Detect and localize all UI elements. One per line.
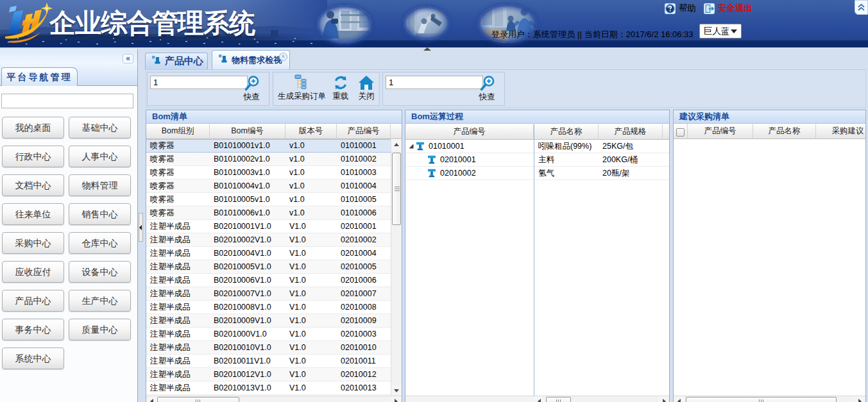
bom-list-row[interactable]: 注塑半成品B02010006V1.0V1.002010006 bbox=[146, 274, 391, 287]
bom-list-row[interactable]: 注塑半成品B02010011V1.0V1.002010011 bbox=[146, 355, 391, 368]
bom-process-row[interactable]: 氢气20瓶/架 bbox=[534, 167, 670, 180]
sidebar-nav-button[interactable]: 文档中心 bbox=[2, 174, 64, 196]
bom-process-row[interactable]: 主料200KG/桶 bbox=[534, 153, 670, 167]
column-header-select-all[interactable] bbox=[674, 124, 688, 139]
bom-list-row[interactable]: 喷雾器B01010001v1.0v1.001010001 bbox=[146, 139, 391, 153]
sidebar-nav-button[interactable]: 应收应付 bbox=[2, 261, 64, 283]
column-header-bom-group[interactable]: Bom组别 bbox=[146, 124, 210, 139]
help-link[interactable]: 帮助 bbox=[679, 3, 696, 14]
bom-list-vertical-scrollbar[interactable] bbox=[391, 140, 402, 396]
sidebar-splitter-collapse-handle[interactable] bbox=[139, 213, 143, 242]
bom-list-row[interactable]: 注塑半成品B02010009V1.0V1.002010009 bbox=[146, 314, 391, 328]
column-header-product-code[interactable]: 产品编号 bbox=[688, 124, 753, 139]
bom-list-row[interactable]: 喷雾器B01010006v1.0v1.001010006 bbox=[146, 206, 391, 220]
bom-list-row[interactable]: 喷雾器B01010004v1.0v1.001010004 bbox=[146, 180, 391, 193]
tab-material-requirement-view[interactable]: 物料需求检视 × bbox=[212, 50, 290, 69]
sidebar-nav-button[interactable]: 产品中心 bbox=[2, 290, 64, 312]
sidebar-nav-button[interactable]: 事务中心 bbox=[2, 319, 64, 340]
bom-list-row[interactable]: 注塑半成品B02010012V1.0V1.002010012 bbox=[146, 368, 391, 381]
bom-tree-row[interactable]: 01010001 bbox=[405, 140, 534, 153]
bom-tree-row[interactable]: 02010001 bbox=[405, 153, 534, 167]
scroll-left-button[interactable] bbox=[534, 396, 545, 402]
tab-product-center[interactable]: 产品中心 bbox=[145, 53, 208, 69]
bom-list-row[interactable]: 注塑半成品B02010010V1.0V1.002010010 bbox=[146, 341, 391, 355]
bom-list-row[interactable]: 注塑半成品B02010001V1.0V1.002010001 bbox=[146, 220, 391, 233]
suggest-quick-search-input[interactable] bbox=[386, 76, 483, 89]
column-header-product-spec[interactable]: 产品规格 bbox=[599, 124, 663, 140]
cell-bom-code: B02010005V1.0 bbox=[210, 260, 285, 273]
column-header-version[interactable]: 版本号 bbox=[285, 124, 337, 139]
bom-list-row[interactable]: 喷雾器B01010005v1.0v1.001010005 bbox=[146, 193, 391, 206]
sidebar-nav-button[interactable]: 仓库中心 bbox=[69, 232, 131, 254]
sidebar-nav-button[interactable]: 人事中心 bbox=[69, 146, 131, 167]
generate-purchase-order-button[interactable]: 生成采购订单 bbox=[277, 74, 327, 102]
tree-expand-arrow-icon[interactable] bbox=[409, 144, 414, 149]
quick-search-button[interactable]: 快查 bbox=[470, 74, 504, 103]
bom-list-row[interactable]: 注塑半成品B0201000V1.0V1.002010003 bbox=[146, 328, 391, 341]
column-header-bom-code[interactable]: Bom编号 bbox=[210, 124, 285, 139]
sidebar-collapse-button[interactable]: « bbox=[123, 54, 133, 63]
bom-list-row[interactable]: 注塑半成品B02010013V1.0V1.002010013 bbox=[146, 381, 391, 395]
home-icon bbox=[358, 74, 375, 91]
scroll-left-button[interactable] bbox=[674, 396, 685, 402]
theme-select[interactable]: 巨人蓝 bbox=[699, 24, 742, 38]
vertical-scrollbar-thumb[interactable] bbox=[392, 153, 401, 225]
bom-tree-row[interactable]: 02010002 bbox=[405, 167, 534, 180]
main-toolbar: 快查 生成采购订单 bbox=[146, 69, 866, 108]
sidebar-nav-button[interactable]: 生产中心 bbox=[69, 290, 131, 312]
sidebar-nav-button[interactable]: 系统中心 bbox=[2, 348, 64, 369]
sidebar-nav-button[interactable]: 往来单位 bbox=[2, 203, 64, 225]
column-header-purchase-suggestion[interactable]: 采购建议 bbox=[816, 124, 866, 139]
dropdown-arrow-icon bbox=[731, 29, 737, 33]
cell-bom-code: B02010012V1.0 bbox=[210, 368, 285, 381]
scroll-down-button[interactable] bbox=[391, 385, 402, 396]
bom-list-row[interactable]: 喷雾器B01010002v1.0v1.001010002 bbox=[146, 153, 391, 166]
bom-quick-search-input[interactable] bbox=[150, 76, 248, 89]
horizontal-scrollbar-thumb[interactable] bbox=[546, 397, 571, 402]
bom-list-row[interactable]: 注塑半成品B02010002V1.0V1.002010002 bbox=[146, 233, 391, 247]
reload-button[interactable]: 重载 bbox=[327, 74, 353, 102]
logout-icon[interactable] bbox=[704, 3, 715, 14]
sidebar-nav-button[interactable]: 基础中心 bbox=[69, 117, 131, 138]
sidebar-tab-platform-navigation[interactable]: 平台导航管理 bbox=[1, 67, 78, 86]
column-header-product-name[interactable]: 产品名称 bbox=[753, 124, 816, 139]
bom-list-row[interactable]: 注塑半成品B02010008V1.0V1.002010008 bbox=[146, 301, 391, 314]
select-all-checkbox[interactable] bbox=[676, 128, 685, 137]
bom-list-row[interactable]: 注塑半成品B02010005V1.0V1.002010005 bbox=[146, 260, 391, 274]
horizontal-scrollbar-thumb[interactable] bbox=[686, 397, 837, 402]
scroll-right-button[interactable] bbox=[391, 396, 401, 402]
bom-process-horizontal-scrollbar[interactable] bbox=[534, 396, 670, 402]
help-icon[interactable] bbox=[665, 3, 676, 14]
scroll-left-button[interactable] bbox=[147, 396, 157, 402]
sidebar-search-input[interactable] bbox=[1, 94, 133, 108]
scroll-right-button[interactable] bbox=[855, 396, 865, 402]
horizontal-scrollbar-thumb[interactable] bbox=[157, 397, 239, 402]
sidebar-nav-button[interactable]: 质量中心 bbox=[69, 319, 131, 340]
bom-process-row[interactable]: 吲哚粗品(99%)25KG/包 bbox=[534, 140, 670, 153]
bom-list-horizontal-scrollbar[interactable] bbox=[146, 396, 402, 402]
tab-close-icon[interactable]: × bbox=[279, 53, 287, 61]
sidebar-nav-button[interactable]: 销售中心 bbox=[69, 203, 131, 225]
column-header-product-code[interactable]: 产品编号 bbox=[405, 124, 534, 140]
scroll-up-button[interactable] bbox=[391, 140, 402, 150]
cell-bom-group: 注塑半成品 bbox=[146, 247, 210, 260]
sidebar-splitter[interactable] bbox=[139, 49, 146, 402]
quick-search-button[interactable]: 快查 bbox=[235, 74, 268, 103]
scroll-right-button[interactable] bbox=[659, 396, 669, 402]
sidebar-nav-button[interactable]: 采购中心 bbox=[2, 232, 64, 254]
cell-version: v1.0 bbox=[285, 180, 337, 192]
column-header-product-code[interactable]: 产品编号 bbox=[337, 124, 391, 139]
sidebar-nav-button[interactable]: 我的桌面 bbox=[2, 117, 64, 138]
close-button[interactable]: 关闭 bbox=[353, 74, 379, 102]
logout-link[interactable]: 安全退出 bbox=[718, 3, 753, 14]
suggested-purchase-horizontal-scrollbar[interactable] bbox=[674, 396, 865, 402]
column-header-product-name[interactable]: 产品名称 bbox=[534, 124, 599, 140]
sidebar-nav-button[interactable]: 设备中心 bbox=[69, 261, 131, 283]
bom-list-row[interactable]: 注塑半成品B02010004V1.0V1.002010004 bbox=[146, 247, 391, 260]
sidebar-nav-button[interactable]: 行政中心 bbox=[2, 146, 64, 167]
bom-list-row[interactable]: 注塑半成品B02010007V1.0V1.002010007 bbox=[146, 287, 391, 301]
bom-list-row[interactable]: 喷雾器B01010003v1.0v1.001010003 bbox=[146, 166, 391, 180]
sidebar-nav-button[interactable]: 物料管理 bbox=[69, 174, 131, 196]
banner-collapse-button[interactable] bbox=[855, 0, 868, 15]
cell-bom-code: B01010004v1.0 bbox=[210, 180, 285, 192]
